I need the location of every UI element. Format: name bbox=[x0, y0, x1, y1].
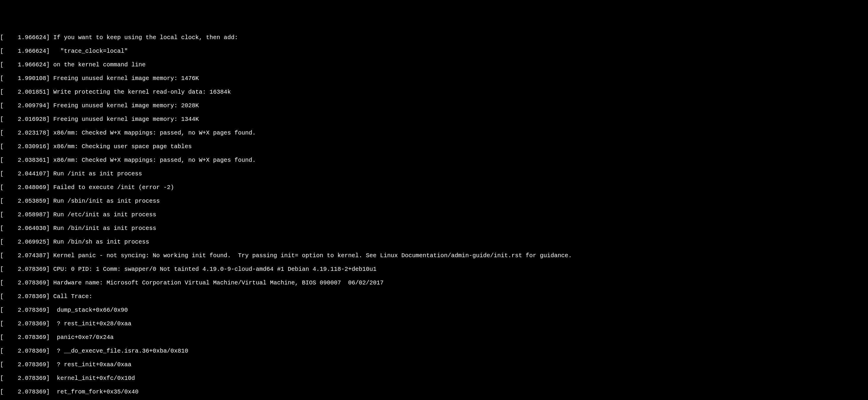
log-line: [ 2.078369] CPU: 0 PID: 1 Comm: swapper/… bbox=[0, 266, 868, 273]
log-line: [ 2.078369] panic+0xe7/0x24a bbox=[0, 334, 868, 341]
log-line: [ 2.058987] Run /etc/init as init proces… bbox=[0, 211, 868, 218]
log-line: [ 2.078369] ret_from_fork+0x35/0x40 bbox=[0, 389, 868, 395]
log-line: [ 2.069925] Run /bin/sh as init process bbox=[0, 238, 868, 245]
log-line-kernel-panic: [ 2.074387] Kernel panic - not syncing: … bbox=[0, 252, 868, 259]
log-line: [ 2.044107] Run /init as init process bbox=[0, 170, 868, 177]
log-line: [ 2.078369] dump_stack+0x66/0x90 bbox=[0, 307, 868, 313]
log-line: [ 2.048069] Failed to execute /init (err… bbox=[0, 184, 868, 191]
log-line: [ 1.990108] Freeing unused kernel image … bbox=[0, 75, 868, 82]
log-line: [ 2.064030] Run /bin/init as init proces… bbox=[0, 225, 868, 232]
log-line: [ 2.016928] Freeing unused kernel image … bbox=[0, 116, 868, 123]
log-line: [ 2.078369] ? __do_execve_file.isra.36+0… bbox=[0, 348, 868, 354]
log-line: [ 1.966624] If you want to keep using th… bbox=[0, 34, 868, 41]
log-line: [ 1.966624] "trace_clock=local" bbox=[0, 48, 868, 55]
log-line: [ 2.078369] kernel_init+0xfc/0x10d bbox=[0, 375, 868, 382]
log-line: [ 2.009794] Freeing unused kernel image … bbox=[0, 102, 868, 109]
log-line: [ 1.966624] on the kernel command line bbox=[0, 61, 868, 68]
log-line: [ 2.078369] ? rest_init+0xaa/0xaa bbox=[0, 361, 868, 368]
log-line: [ 2.038361] x86/mm: Checked W+X mappings… bbox=[0, 157, 868, 164]
log-line: [ 2.078369] ? rest_init+0x28/0xaa bbox=[0, 320, 868, 327]
log-line: [ 2.023178] x86/mm: Checked W+X mappings… bbox=[0, 130, 868, 136]
log-line: [ 2.053859] Run /sbin/init as init proce… bbox=[0, 198, 868, 204]
log-line: [ 2.030916] x86/mm: Checking user space … bbox=[0, 143, 868, 150]
log-line: [ 2.001851] Write protecting the kernel … bbox=[0, 89, 868, 95]
log-line: [ 2.078369] Hardware name: Microsoft Cor… bbox=[0, 279, 868, 286]
log-line: [ 2.078369] Call Trace: bbox=[0, 293, 868, 300]
kernel-console: [ 1.966624] If you want to keep using th… bbox=[0, 27, 868, 400]
